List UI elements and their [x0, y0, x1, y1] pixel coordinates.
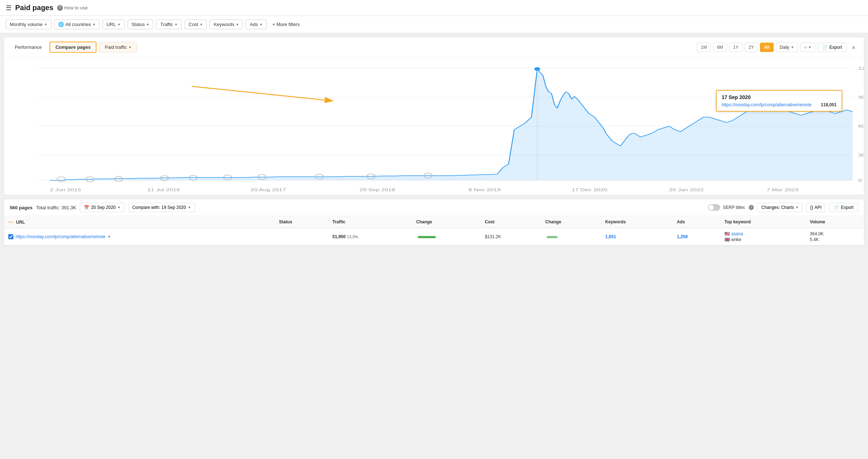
- col-cost: Cost: [481, 216, 541, 228]
- filter-bar: Monthly volume ▼ 🌐 All countries ▼ URL ▼…: [0, 16, 868, 33]
- svg-text:26 Jan 2022: 26 Jan 2022: [669, 188, 704, 192]
- performance-tabs: Performance Compare pages Paid traffic ▼: [10, 42, 137, 53]
- api-icon: {}: [810, 205, 813, 210]
- keywords-cell: 1,651: [601, 228, 673, 245]
- col-change2: Change: [541, 216, 601, 228]
- pages-count: 560 pages: [10, 205, 33, 210]
- dropdown-arrow-icon: ▼: [259, 23, 263, 26]
- how-to-use-link[interactable]: ? How to use: [57, 5, 88, 11]
- dropdown-arrow-icon: ▼: [236, 23, 239, 26]
- api-button[interactable]: {} API: [806, 203, 825, 212]
- change-bar: [418, 236, 436, 238]
- time-1y[interactable]: 1Y: [729, 43, 743, 52]
- col-top-keyword: Top keyword: [720, 216, 806, 228]
- chart-card: Performance Compare pages Paid traffic ▼…: [4, 37, 864, 195]
- col-ads: Ads: [673, 216, 720, 228]
- flag2-icon: 🇬🇧: [725, 237, 730, 242]
- tooltip-row: https://monday.com/lp/comp/alternative/r…: [722, 102, 837, 107]
- top-keyword-cell: 🇺🇸 asana 🇬🇧 wrike: [720, 228, 806, 245]
- chart-svg: 120K 90K 60K 30K 0 2 Jun 2015 11 Jul 201…: [4, 57, 864, 195]
- cost-cell: $131.2K: [481, 228, 541, 245]
- date-selector[interactable]: 📅 20 Sep 2020 ▼: [80, 203, 125, 212]
- svg-point-19: [57, 177, 65, 182]
- dropdown-arrow-icon: ▼: [199, 23, 203, 26]
- svg-text:90K: 90K: [858, 95, 864, 99]
- cost-change-bar: [547, 236, 558, 238]
- svg-text:30K: 30K: [858, 153, 864, 157]
- compare-with-selector[interactable]: Compare with: 19 Sep 2020 ▼: [128, 203, 195, 212]
- time-all[interactable]: All: [760, 43, 773, 52]
- daily-dropdown[interactable]: Daily ▼: [776, 43, 798, 52]
- traffic-filter[interactable]: Traffic ▼: [156, 20, 181, 29]
- compare-label: Compare with: 19 Sep 2020: [132, 205, 186, 210]
- dropdown-arrow-icon: ▼: [93, 23, 96, 26]
- serp-titles-toggle-group: SERP titles ?: [708, 204, 754, 211]
- table-export-button[interactable]: 📄 Export: [829, 203, 858, 212]
- serp-titles-toggle[interactable]: [708, 204, 720, 211]
- dropdown-arrow-icon: ▼: [795, 206, 799, 209]
- page-title: Paid pages: [15, 4, 53, 12]
- svg-text:8 Nov 2019: 8 Nov 2019: [468, 188, 500, 192]
- time-2y[interactable]: 2Y: [745, 43, 758, 52]
- data-section: 560 pages Total traffic: 391.3K 📅 20 Sep…: [4, 199, 864, 246]
- cost-filter[interactable]: Cost ▼: [185, 20, 207, 29]
- ads-filter[interactable]: Ads ▼: [246, 20, 266, 29]
- tab-performance[interactable]: Performance: [10, 42, 47, 52]
- ads-cell: 1,259: [673, 228, 720, 245]
- time-6m[interactable]: 6M: [713, 43, 727, 52]
- svg-line-30: [192, 86, 333, 101]
- tab-paid-traffic[interactable]: Paid traffic ▼: [99, 42, 137, 52]
- url-link[interactable]: https://monday.com/lp/comp/alternative/r…: [16, 234, 106, 239]
- status-filter[interactable]: Status ▼: [128, 20, 154, 29]
- tooltip-value: 118,051: [821, 102, 837, 107]
- data-toolbar: 560 pages Total traffic: 391.3K 📅 20 Sep…: [4, 199, 864, 216]
- chart-type-dropdown[interactable]: ○ ▼: [800, 43, 815, 52]
- top-keyword-link1[interactable]: asana: [731, 231, 743, 236]
- svg-text:2 Jun 2015: 2 Jun 2015: [50, 188, 81, 192]
- col-change1: Change: [412, 216, 481, 228]
- top-keyword2: wrike: [731, 237, 742, 242]
- keywords-filter[interactable]: Keywords ▼: [210, 20, 243, 29]
- svg-text:17 Dec 2020: 17 Dec 2020: [572, 188, 607, 192]
- svg-text:120K: 120K: [858, 66, 864, 70]
- volume-cell: 364.0K 5.4K: [805, 228, 864, 245]
- url-filter[interactable]: URL ▼: [103, 20, 125, 29]
- chart-arrow: [192, 79, 351, 108]
- more-filters-button[interactable]: + More filters: [270, 20, 303, 29]
- time-1m[interactable]: 1M: [697, 43, 711, 52]
- chart-export-button[interactable]: 📄 Export: [817, 43, 847, 52]
- url-dropdown-icon: ▼: [108, 235, 111, 239]
- changes-charts-button[interactable]: Changes: Charts ▼: [757, 203, 803, 212]
- calendar-icon: 📅: [84, 205, 89, 210]
- tab-compare-pages[interactable]: Compare pages: [50, 42, 96, 53]
- svg-text:7 Mar 2023: 7 Mar 2023: [766, 188, 798, 192]
- serp-info-icon: ?: [749, 205, 754, 210]
- table-header-row: — URL Status Traffic Change Cost Change: [4, 216, 864, 228]
- data-table: — URL Status Traffic Change Cost Change: [4, 216, 864, 245]
- svg-text:0: 0: [858, 178, 862, 183]
- all-countries-filter[interactable]: 🌐 All countries ▼: [54, 20, 100, 29]
- status-cell: [275, 228, 328, 245]
- globe-icon: 🌐: [58, 22, 64, 27]
- total-traffic: Total traffic: 391.3K: [36, 205, 76, 210]
- top-bar: ☰ Paid pages ? How to use: [0, 0, 868, 16]
- svg-text:29 Sep 2018: 29 Sep 2018: [360, 188, 395, 192]
- row-checkbox[interactable]: [8, 234, 13, 239]
- monthly-volume-filter[interactable]: Monthly volume ▼: [6, 20, 51, 29]
- table-row: https://monday.com/lp/comp/alternative/r…: [4, 228, 864, 245]
- change-bar-cell: [412, 228, 481, 245]
- export-icon: 📄: [834, 205, 839, 210]
- hamburger-icon[interactable]: ☰: [6, 4, 12, 12]
- dropdown-arrow-icon: ▼: [117, 206, 121, 209]
- col-url: — URL: [4, 216, 275, 228]
- flag1-icon: 🇺🇸: [725, 231, 730, 236]
- chart-area: 120K 90K 60K 30K 0 2 Jun 2015 11 Jul 201…: [4, 57, 864, 195]
- dropdown-arrow-icon: ▼: [128, 46, 132, 49]
- serp-titles-label: SERP titles: [723, 205, 745, 210]
- collapse-button[interactable]: ∧: [849, 43, 858, 52]
- svg-text:11 Jul 2016: 11 Jul 2016: [147, 188, 180, 192]
- col-traffic: Traffic: [328, 216, 412, 228]
- minus-icon: —: [8, 219, 13, 225]
- dropdown-arrow-icon: ▼: [808, 46, 811, 49]
- dropdown-arrow-icon: ▼: [791, 46, 794, 49]
